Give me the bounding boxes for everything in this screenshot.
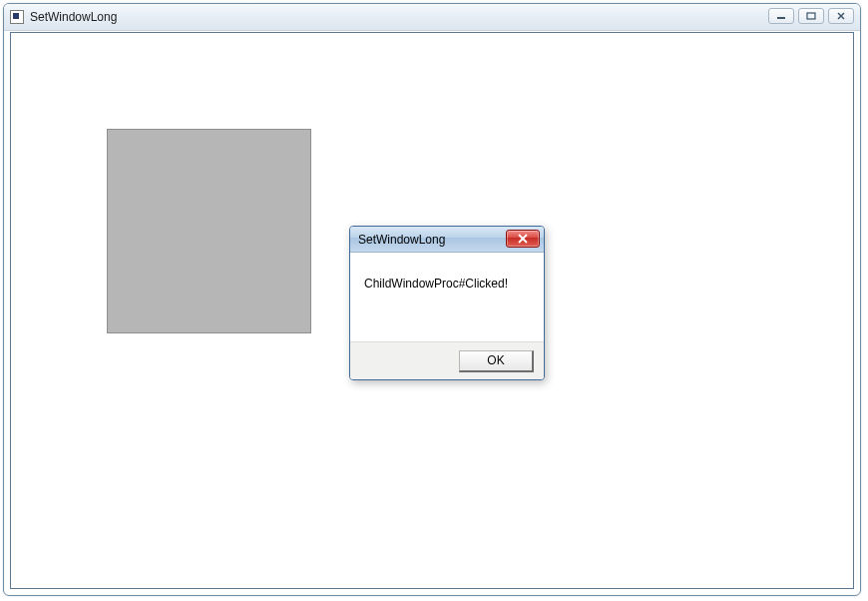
dialog-titlebar[interactable]: SetWindowLong xyxy=(350,227,544,253)
message-dialog: SetWindowLong ChildWindowProc#Clicked! O… xyxy=(349,226,545,380)
ok-button[interactable]: OK xyxy=(459,350,534,372)
dialog-footer: OK xyxy=(350,341,544,379)
dialog-message: ChildWindowProc#Clicked! xyxy=(364,277,530,291)
dialog-body: ChildWindowProc#Clicked! xyxy=(350,253,544,341)
dialog-title: SetWindowLong xyxy=(358,233,445,247)
svg-rect-1 xyxy=(807,13,815,19)
main-window-title: SetWindowLong xyxy=(30,10,117,24)
close-button[interactable] xyxy=(828,8,854,24)
svg-rect-0 xyxy=(777,17,785,19)
maximize-button[interactable] xyxy=(798,8,824,24)
child-window-box[interactable] xyxy=(107,129,311,333)
caption-buttons xyxy=(768,8,854,24)
main-titlebar[interactable]: SetWindowLong xyxy=(4,4,860,31)
dialog-close-button[interactable] xyxy=(506,230,540,248)
minimize-button[interactable] xyxy=(768,8,794,24)
app-icon xyxy=(10,10,24,24)
